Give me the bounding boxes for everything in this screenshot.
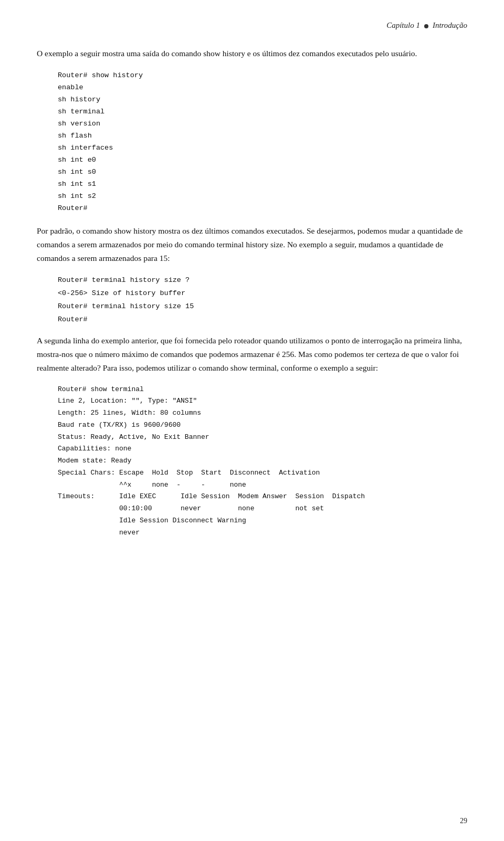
code-block-show-terminal: Router# show terminal Line 2, Location: … <box>58 384 467 539</box>
paragraph-after-history: Por padrão, o comando show history mostr… <box>37 224 467 266</box>
chapter-subtitle: Introdução <box>433 21 467 29</box>
page-header: Capítulo 1Introdução <box>37 21 467 30</box>
code-block-history-size: Router# terminal history size ? <0-256> … <box>58 274 467 327</box>
page-number: 29 <box>460 817 467 825</box>
code-block-history: Router# show history enable sh history s… <box>58 70 467 214</box>
chapter-title: Capítulo 1 <box>386 21 420 29</box>
chapter-bullet-icon <box>424 24 428 28</box>
intro-paragraph: O exemplo a seguir mostra uma saída do c… <box>37 47 467 60</box>
paragraph-second-line: A segunda linha do exemplo anterior, que… <box>37 334 467 375</box>
page: Capítulo 1Introdução O exemplo a seguir … <box>0 0 504 841</box>
